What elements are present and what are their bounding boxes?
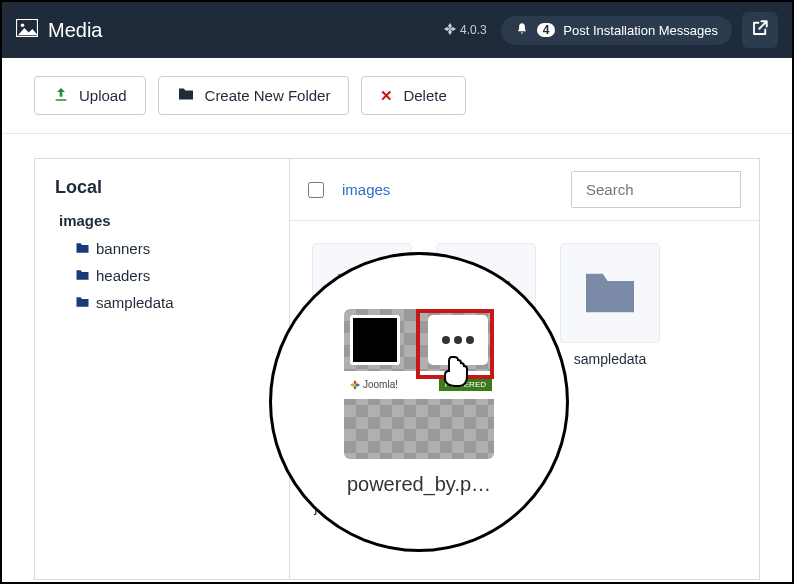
- select-all-checkbox[interactable]: [308, 182, 324, 198]
- item-select-checkbox[interactable]: [350, 315, 400, 365]
- upload-icon: [53, 86, 69, 105]
- create-folder-button[interactable]: Create New Folder: [158, 76, 350, 115]
- notification-count: 4: [537, 23, 556, 37]
- zoom-thumbnail[interactable]: Joomla! POWERED: [344, 309, 494, 459]
- notifications-button[interactable]: 4 Post Installation Messages: [501, 16, 732, 45]
- main-header: images: [290, 159, 759, 221]
- breadcrumb[interactable]: images: [342, 181, 553, 198]
- upload-button[interactable]: Upload: [34, 76, 146, 115]
- sidebar-title: Local: [55, 177, 269, 198]
- zoom-item-label: powered_by.p…: [347, 473, 491, 496]
- bell-icon: [515, 22, 529, 39]
- tree-item-sampledata[interactable]: sampledata: [55, 289, 269, 316]
- media-icon: [16, 19, 38, 42]
- delete-button[interactable]: ✕ Delete: [361, 76, 465, 115]
- notification-label: Post Installation Messages: [563, 23, 718, 38]
- version-label: 4.0.3: [444, 23, 487, 38]
- cursor-icon: [442, 355, 470, 391]
- open-external-button[interactable]: [742, 12, 778, 48]
- external-link-icon: [751, 19, 769, 41]
- brand-label: Joomla!: [346, 377, 402, 392]
- tree-root[interactable]: images: [55, 212, 269, 229]
- folder-item[interactable]: sampledata: [560, 243, 660, 367]
- item-more-button[interactable]: [428, 315, 488, 365]
- folder-icon: [75, 240, 90, 257]
- zoom-highlight: Joomla! POWERED powered_by.p…: [269, 252, 569, 552]
- tree-item-headers[interactable]: headers: [55, 262, 269, 289]
- topbar: Media 4.0.3 4 Post Installation Messages: [2, 2, 792, 58]
- sidebar: Local images banners headers sampledata: [34, 158, 290, 580]
- search-input[interactable]: [571, 171, 741, 208]
- page-title: Media: [16, 19, 444, 42]
- tree-item-banners[interactable]: banners: [55, 235, 269, 262]
- delete-icon: ✕: [380, 87, 393, 105]
- svg-point-1: [21, 23, 25, 27]
- joomla-icon: [444, 23, 456, 38]
- toolbar: Upload Create New Folder ✕ Delete: [2, 58, 792, 134]
- folder-icon: [75, 267, 90, 284]
- folder-icon: [177, 87, 195, 104]
- folder-icon: [75, 294, 90, 311]
